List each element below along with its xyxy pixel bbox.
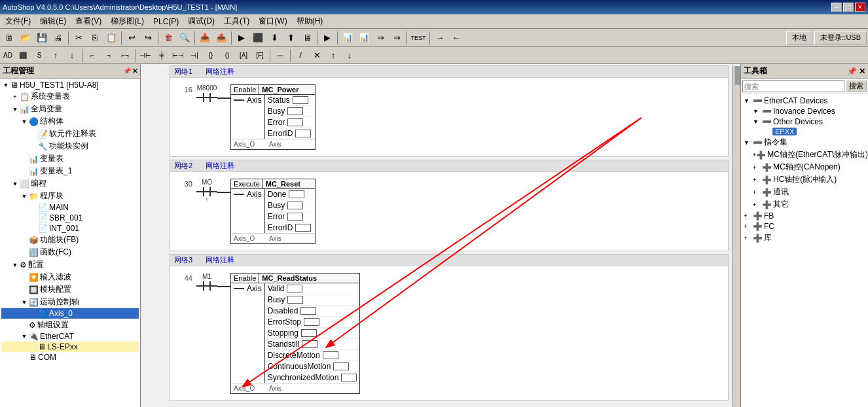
tb-node-comm[interactable]: + ➕ 通讯 (742, 186, 867, 198)
tree-node-motionaxis[interactable]: ▼ 🔄 运动控制轴 (1, 296, 139, 308)
tb2-b13[interactable]: {} (203, 48, 219, 63)
tb-cut[interactable]: ✂ (71, 31, 86, 45)
tb-node-fc[interactable]: + ➕ FC (742, 221, 867, 232)
panel-close-button[interactable]: ✕ (132, 67, 137, 75)
tree-node-main[interactable]: 📄 MAIN (1, 202, 139, 213)
expand-ethercat[interactable]: ▼ (20, 333, 29, 340)
tb-node-commands[interactable]: ▼ ➖ 指令集 (742, 136, 867, 149)
expand-lib[interactable]: + (744, 235, 753, 241)
local-button[interactable]: 本地 (786, 31, 812, 44)
expand-funcexample[interactable] (29, 143, 38, 150)
expand-int001[interactable] (29, 225, 38, 232)
expand-fc[interactable]: + (744, 223, 753, 230)
expand-hwcomment[interactable] (29, 131, 38, 137)
menu-window[interactable]: 窗口(W) (255, 14, 291, 28)
tb2-b5[interactable]: ↓ (64, 48, 80, 63)
tb-node-other-devices[interactable]: ▼ ➖ Other Devices (742, 116, 867, 127)
tb-stop[interactable]: ⬛ (250, 31, 266, 45)
expand-lsepxx[interactable] (29, 344, 38, 350)
tb2-b11[interactable]: ⊢⊣ (170, 48, 186, 63)
tb2-diag1[interactable]: / (293, 48, 308, 63)
tb2-diag2[interactable]: ✕ (309, 48, 325, 63)
tree-node-inputfilter[interactable]: 🔽 输入滤波 (1, 271, 139, 283)
tb-test[interactable]: TEST (409, 31, 427, 45)
menu-help[interactable]: 帮助(H) (293, 14, 327, 28)
expand-progblock[interactable]: ▼ (20, 193, 29, 200)
tree-node-programming[interactable]: ▼ ⬜ 编程 (1, 177, 139, 190)
close-button[interactable]: ✕ (855, 3, 865, 12)
tb2-b6[interactable]: ⌐ (84, 48, 100, 63)
tb2-b7[interactable]: ¬ (101, 48, 117, 63)
tree-node-int001[interactable]: 📄 INT_001 (1, 223, 139, 234)
toolbox-pin-btn[interactable]: 📌 (847, 67, 857, 76)
tree-node-progblock[interactable]: ▼ 📁 程序块 (1, 190, 139, 202)
tb-node-fb[interactable]: + ➕ FB (742, 211, 867, 221)
tb2-b4[interactable]: ↑ (48, 48, 63, 63)
expand-vartable[interactable] (20, 156, 29, 162)
tb-save[interactable]: 💾 (34, 31, 50, 45)
toolbox-close-btn[interactable]: ✕ (859, 67, 865, 76)
menu-edit[interactable]: 编辑(E) (36, 14, 70, 28)
expand-other[interactable]: + (753, 202, 762, 208)
tree-node-root[interactable]: ▼ 🖥 H5U_TEST1 [H5U-A8] (1, 80, 139, 90)
expand-axis0[interactable] (29, 310, 38, 317)
tb-ul[interactable]: ⬆ (283, 31, 298, 45)
tb2-b12[interactable]: ⊣| (187, 48, 202, 63)
tb2-b2[interactable]: ⬛ (15, 48, 31, 63)
tree-node-axisgroup[interactable]: ⚙ 轴组设置 (1, 319, 139, 331)
tree-node-sbr001[interactable]: 📄 SBR_001 (1, 213, 139, 223)
expand-function[interactable] (20, 249, 29, 256)
tb-node-other[interactable]: + ➕ 其它 (742, 198, 867, 211)
menu-plc[interactable]: PLC(P) (149, 16, 183, 27)
tb2-up[interactable]: ↑ (325, 48, 341, 63)
expand-struct[interactable]: ▼ (20, 118, 29, 125)
expand-motionaxis[interactable]: ▼ (20, 299, 29, 306)
tb2-b15[interactable]: [A] (236, 48, 251, 63)
expand-vartable1[interactable] (20, 168, 29, 175)
tree-node-struct[interactable]: ▼ 🔵 结构体 (1, 115, 139, 128)
expand-hc-pulse[interactable]: + (753, 177, 762, 183)
tb2-line[interactable]: ─ (272, 48, 288, 63)
tree-node-lsepxx[interactable]: 🖥 LS-EPxx (1, 342, 139, 352)
pin-button[interactable]: 📌 (123, 67, 131, 75)
expand-ethercat-devices[interactable]: ▼ (744, 97, 753, 104)
tb2-b10[interactable]: ╪ (154, 48, 170, 63)
tb-b3[interactable]: ⇒ (372, 31, 388, 45)
usb-button[interactable]: 未登录::USB (814, 31, 867, 44)
expand-comm[interactable]: + (753, 189, 762, 196)
tree-node-config[interactable]: ▼ ⚙ 配置 (1, 258, 139, 271)
tb-node-mc-ethercat[interactable]: + ➕ MC轴控(EtherCAT\脉冲输出) (742, 149, 867, 161)
tb-undo[interactable]: ↩ (124, 31, 139, 45)
tree-node-axis0[interactable]: 🔵 Axis_0 (1, 308, 139, 319)
maximize-button[interactable]: □ (843, 3, 854, 12)
expand-epxx[interactable] (763, 128, 772, 135)
tb-monitor[interactable]: 🖥 (299, 31, 315, 45)
tree-node-function[interactable]: 🔢 函数(FC) (1, 246, 139, 258)
tb-run2[interactable]: ▶ (319, 31, 335, 45)
tb-node-lib[interactable]: + ➕ 库 (742, 232, 867, 244)
tree-node-funcexample[interactable]: 🔧 功能块实例 (1, 140, 139, 152)
tb-redo[interactable]: ↪ (140, 31, 156, 45)
menu-view[interactable]: 查看(V) (71, 14, 105, 28)
tb-open[interactable]: 📂 (18, 31, 33, 45)
tb-import[interactable]: 📥 (197, 31, 213, 45)
menu-tools[interactable]: 工具(T) (220, 14, 253, 28)
expand-sbr001[interactable] (29, 215, 38, 221)
vertical-scrollbar[interactable] (732, 65, 740, 407)
tb2-b16[interactable]: [F] (252, 48, 268, 63)
tb-paste[interactable]: 📋 (103, 31, 119, 45)
expand-sysvar[interactable]: + (10, 94, 20, 100)
tb-copy[interactable]: ⎘ (87, 31, 103, 45)
tb-delete[interactable]: 🗑 (160, 31, 176, 45)
scrollbar-thumb[interactable] (734, 65, 740, 85)
tree-node-funcblock[interactable]: 📦 功能块(FB) (1, 234, 139, 246)
expand-config[interactable]: ▼ (10, 262, 20, 268)
expand-programming[interactable]: ▼ (10, 181, 20, 187)
expand-inputfilter[interactable] (20, 274, 29, 281)
expand-main[interactable] (29, 204, 38, 211)
tb2-b1[interactable]: AD (1, 48, 14, 63)
expand-com[interactable] (20, 354, 29, 361)
tree-node-ethercat[interactable]: ▼ 🔌 EtherCAT (1, 331, 139, 342)
tb-b1[interactable]: 📊 (340, 31, 355, 45)
tb-node-mc-canopen[interactable]: + ➕ MC轴控(CANopen) (742, 161, 867, 173)
